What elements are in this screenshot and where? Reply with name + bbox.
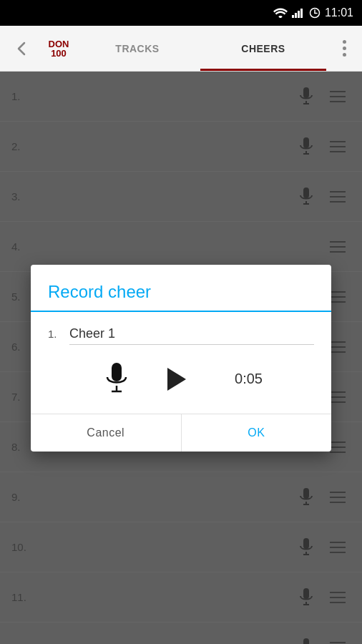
status-icons: 11:01: [273, 6, 353, 19]
dialog-body: 1. 0:05: [31, 318, 331, 414]
cancel-button[interactable]: Cancel: [31, 414, 182, 452]
tab-cheers[interactable]: CHEERS: [200, 26, 326, 71]
dialog-divider: [31, 311, 331, 312]
dialog-overlay: Record cheer 1.: [0, 72, 362, 644]
signal-icon: [292, 8, 305, 18]
list-background: 1. 2. 3.: [0, 72, 362, 644]
svg-rect-28: [112, 363, 122, 381]
dialog-title: Record cheer: [31, 265, 331, 311]
play-triangle-icon: [167, 368, 186, 391]
svg-rect-1: [295, 13, 297, 18]
logo-num: 100: [51, 49, 67, 58]
nav-tabs: TRACKS CHEERS: [74, 26, 326, 71]
alarm-icon: [309, 7, 321, 19]
svg-rect-2: [298, 11, 300, 18]
nav-logo: DON 100: [43, 39, 74, 58]
nav-menu-button[interactable]: [326, 26, 362, 71]
cheer-row-number: 1.: [48, 328, 61, 340]
dialog-duration: 0:05: [220, 371, 263, 387]
wifi-icon: [273, 8, 288, 18]
cheer-name-input[interactable]: [69, 323, 314, 345]
status-time: 11:01: [325, 6, 353, 19]
status-bar: 11:01: [0, 0, 362, 26]
logo-don: DON: [49, 39, 69, 49]
dialog-play-button[interactable]: [162, 365, 191, 394]
cheer-name-row: 1.: [48, 323, 314, 345]
ok-button[interactable]: OK: [182, 414, 332, 452]
dialog-action-buttons: Cancel OK: [31, 414, 331, 452]
nav-back-button[interactable]: [0, 26, 43, 71]
tab-tracks[interactable]: TRACKS: [74, 26, 200, 71]
record-cheer-dialog: Record cheer 1.: [31, 265, 331, 452]
dialog-mic-button[interactable]: [99, 362, 134, 396]
svg-rect-0: [292, 15, 294, 18]
vertical-dots-icon: [343, 40, 346, 57]
dialog-controls: 0:05: [48, 356, 314, 402]
svg-rect-3: [300, 9, 303, 18]
nav-bar: DON 100 TRACKS CHEERS: [0, 26, 362, 72]
